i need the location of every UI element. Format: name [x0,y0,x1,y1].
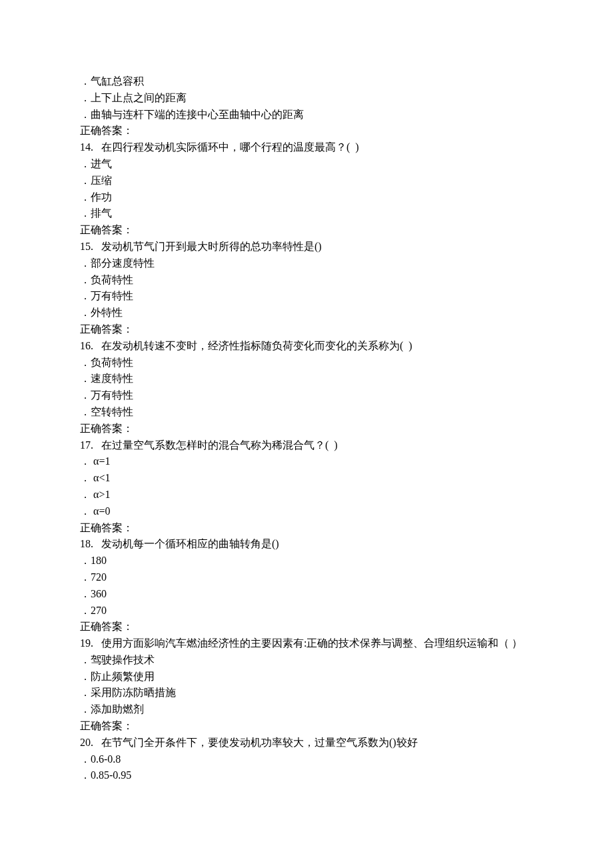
option-text: ． α>1 [80,487,533,503]
answer-label: 正确答案： [80,123,533,139]
option-text: ．气缸总容积 [80,73,533,90]
option-text: ．720 [80,569,533,586]
option-text: ．防止频繁使用 [80,669,533,685]
option-text: ． α=1 [80,453,533,470]
option-text: ．外特性 [80,305,533,321]
question-stem: 15. 发动机节气门开到最大时所得的总功率特性是() [80,239,533,255]
answer-label: 正确答案： [80,619,533,635]
question-number: 16. [80,340,93,351]
question-number: 15. [80,241,93,252]
document-page: ．气缸总容积 ．上下止点之间的距离 ．曲轴与连杆下端的连接中心至曲轴中心的距离 … [0,0,613,851]
question-stem: 14. 在四行程发动机实际循环中，哪个行程的温度最高？( ) [80,139,533,156]
answer-label: 正确答案： [80,321,533,338]
question-number: 17. [80,439,93,451]
option-text: ．驾驶操作技术 [80,652,533,669]
option-text: ．负荷特性 [80,355,533,371]
option-text: ．排气 [80,205,533,222]
question-number: 18. [80,538,93,549]
option-text: ．180 [80,553,533,569]
question-number: 19. [80,637,93,649]
question-number: 20. [80,737,93,748]
option-text: ．作功 [80,189,533,206]
option-text: ．0.6-0.8 [80,751,533,768]
answer-label: 正确答案： [80,222,533,239]
question-stem: 16. 在发动机转速不变时，经济性指标随负荷变化而变化的关系称为( ) [80,338,533,355]
option-text: ． α=0 [80,503,533,520]
option-text: ．进气 [80,156,533,173]
option-text: ．部分速度特性 [80,255,533,272]
answer-label: 正确答案： [80,520,533,537]
question-stem: 19. 使用方面影响汽车燃油经济性的主要因素有:正确的技术保养与调整、合理组织运… [80,635,533,652]
option-text: ．0.85-0.95 [80,767,533,784]
option-text: ．压缩 [80,173,533,189]
option-text: ．负荷特性 [80,272,533,289]
option-text: ．采用防冻防晒措施 [80,685,533,701]
option-text: ．270 [80,603,533,619]
option-text: ．万有特性 [80,387,533,404]
option-text: ．空转特性 [80,404,533,421]
option-text: ．360 [80,586,533,603]
question-stem: 18. 发动机每一个循环相应的曲轴转角是() [80,536,533,553]
option-text: ．曲轴与连杆下端的连接中心至曲轴中心的距离 [80,107,533,123]
question-number: 14. [80,141,93,153]
question-stem: 20. 在节气门全开条件下，要使发动机功率较大，过量空气系数为()较好 [80,735,533,751]
option-text: ．速度特性 [80,371,533,387]
option-text: ．万有特性 [80,288,533,305]
answer-label: 正确答案： [80,421,533,437]
option-text: ． α<1 [80,470,533,487]
option-text: ．上下止点之间的距离 [80,90,533,107]
option-text: ．添加助燃剂 [80,701,533,718]
question-stem: 17. 在过量空气系数怎样时的混合气称为稀混合气？( ) [80,437,533,454]
answer-label: 正确答案： [80,718,533,735]
